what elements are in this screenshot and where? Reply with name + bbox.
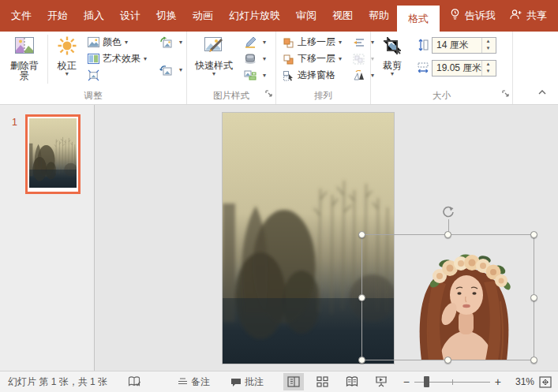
shape-width-icon [418,62,429,74]
picture-border-icon [244,36,257,48]
ribbon-tab-bar: 文件 开始 插入 设计 切换 动画 幻灯片放映 审阅 视图 帮助 格式 告诉我 … [0,0,558,32]
resize-handle-bottom-left[interactable] [358,357,365,364]
group-label-size: 大小 [371,88,512,104]
bring-forward-icon [283,37,294,48]
crop-button[interactable]: 裁剪 ▾ [375,34,410,78]
dropdown-arrow-icon: ▾ [144,56,147,62]
change-picture-icon [159,36,173,49]
reset-picture-button[interactable]: ▾ [157,62,185,78]
color-button[interactable]: 颜色 ▾ [85,34,149,50]
slide-counter: 幻灯片 第 1 张，共 1 张 [8,375,107,389]
height-increase-button[interactable]: ▲ [482,38,494,46]
status-bar: 幻灯片 第 1 张，共 1 张 备注 批注 [0,371,558,392]
tab-home[interactable]: 开始 [39,0,76,32]
resize-handle-top-right[interactable] [530,231,537,238]
group-label-adjust: 调整 [0,88,186,104]
artistic-effects-button[interactable]: 艺术效果 ▾ [85,50,149,67]
zoom-percentage[interactable]: 31% [507,376,534,387]
comments-icon [230,377,242,387]
divider [47,35,48,84]
resize-handle-middle-left[interactable] [358,294,365,301]
picture-layout-button[interactable]: ▾ [242,67,268,84]
resize-handle-bottom-center[interactable] [444,357,451,364]
picture-effects-icon [244,53,257,65]
corrections-button[interactable]: 校正 ▾ [51,34,84,78]
send-backward-button[interactable]: 下移一层 ▾ [280,50,344,67]
height-decrease-button[interactable]: ▼ [482,45,494,53]
view-buttons [283,373,400,390]
ribbon-group-adjust: 删除背景 校正 ▾ 颜色 ▾ [0,32,187,104]
remove-background-button[interactable]: 删除背景 [4,34,45,83]
width-decrease-button[interactable]: ▼ [482,68,494,76]
comments-button[interactable]: 批注 [230,375,264,389]
dropdown-arrow-icon: ▾ [371,56,374,62]
compress-pictures-button[interactable] [85,67,149,84]
selection-pane-button[interactable]: 选择窗格 [280,67,344,84]
tab-help[interactable]: 帮助 [361,0,397,32]
size-dialog-launcher-icon[interactable] [502,87,509,101]
ribbon: 删除背景 校正 ▾ 颜色 ▾ [0,32,558,105]
dropdown-arrow-icon: ▾ [179,67,182,73]
share-button[interactable]: 共享 [508,9,547,23]
normal-view-button[interactable] [283,373,304,390]
slide-sorter-view-button[interactable] [313,373,333,390]
width-increase-button[interactable]: ▲ [482,61,494,69]
reading-view-button[interactable] [342,373,362,390]
tab-view[interactable]: 视图 [324,0,361,32]
quick-styles-button[interactable]: 快速样式 ▾ [191,34,237,78]
ribbon-group-picture-styles: 快速样式 ▾ ▾ ▾ ▾ [187,32,276,104]
tab-format[interactable]: 格式 [397,6,440,32]
tab-design[interactable]: 设计 [112,0,148,32]
picture-effects-button[interactable]: ▾ [242,50,268,67]
powerpoint-window: 文件 开始 插入 设计 切换 动画 幻灯片放映 审阅 视图 帮助 格式 告诉我 … [0,0,558,392]
width-input[interactable] [433,61,481,76]
tell-me-button[interactable]: 告诉我 [449,8,496,24]
dropdown-arrow-icon: ▾ [339,56,342,62]
tab-file[interactable]: 文件 [3,0,39,32]
group-objects-button: ▾ [350,50,376,67]
change-picture-button[interactable]: ▾ [157,34,185,50]
bring-forward-button[interactable]: 上移一层 ▾ [280,34,344,50]
rotation-handle-icon[interactable] [441,205,455,222]
slide-thumbnail-panel: 1 [0,105,95,371]
collapse-ribbon-icon[interactable] [537,87,547,98]
notes-button[interactable]: 备注 [178,375,210,389]
tab-transitions[interactable]: 切换 [148,0,185,32]
forest-picture[interactable] [223,113,394,364]
slide-number: 1 [12,117,17,128]
dropdown-arrow-icon: ▾ [212,71,215,77]
tab-animations[interactable]: 动画 [185,0,221,32]
tab-insert[interactable]: 插入 [76,0,112,32]
dropdown-arrow-icon: ▾ [66,71,69,77]
resize-handle-top-left[interactable] [358,231,365,238]
woman-picture[interactable] [390,240,524,360]
zoom-out-button[interactable]: − [400,375,413,388]
shape-height-icon [418,39,429,51]
tab-slideshow[interactable]: 幻灯片放映 [221,0,288,32]
spellcheck-button[interactable] [128,376,144,387]
zoom-slider-thumb[interactable] [424,376,429,387]
resize-handle-middle-right[interactable] [530,294,537,301]
ribbon-right-zone [513,32,558,104]
group-label-arrange: 排列 [276,88,370,104]
resize-handle-bottom-right[interactable] [530,357,537,364]
slideshow-view-button[interactable] [371,373,391,390]
color-picture-icon [88,36,99,48]
zoom-in-button[interactable]: + [492,375,504,388]
tab-review[interactable]: 审阅 [288,0,324,32]
height-input[interactable] [433,38,481,53]
rotate-objects-icon [353,70,365,81]
picture-layout-icon [244,69,257,81]
height-spinbox: ▲▼ [432,37,496,54]
dropdown-arrow-icon: ▾ [179,39,182,45]
send-backward-icon [283,54,294,65]
slide-canvas[interactable] [95,105,558,371]
resize-handle-top-center[interactable] [444,231,451,238]
picture-styles-dialog-launcher-icon[interactable] [265,87,272,101]
slide-thumbnail[interactable] [25,114,81,194]
fit-slide-to-window-button[interactable] [539,376,552,388]
picture-border-button[interactable]: ▾ [242,34,268,50]
remove-background-icon [13,35,36,58]
notes-icon [178,377,188,386]
zoom-slider[interactable] [414,376,490,387]
